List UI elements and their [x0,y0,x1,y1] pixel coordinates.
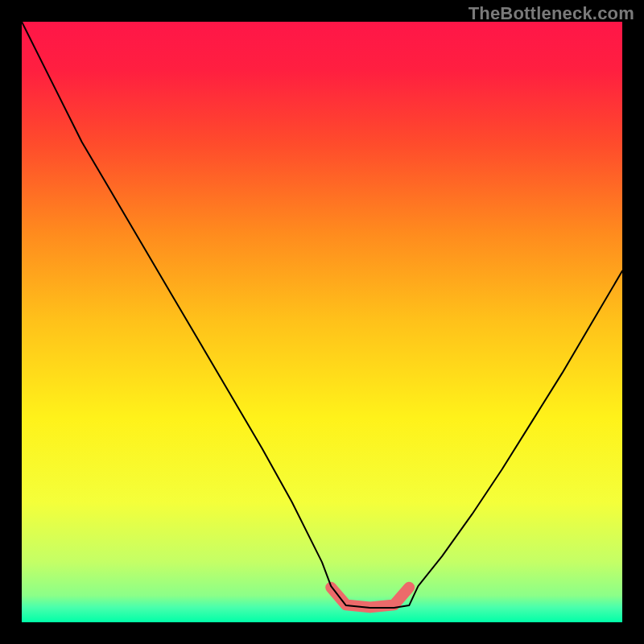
bottleneck-curve [22,22,622,608]
watermark-text: TheBottleneck.com [469,3,634,24]
optimal-flat-highlight [331,588,409,608]
curve-layer [22,22,622,622]
chart-frame: TheBottleneck.com [0,0,644,644]
plot-area [22,22,622,622]
